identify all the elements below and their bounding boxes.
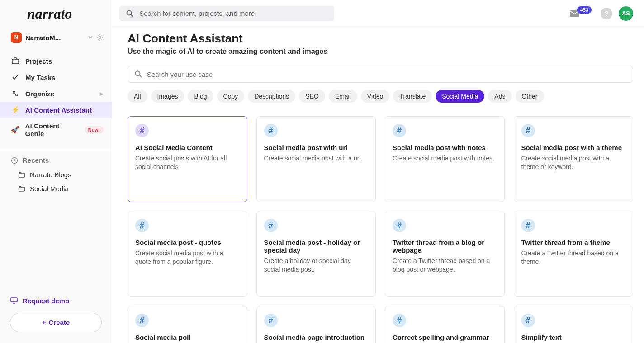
card-title: Twitter thread from a blog or webpage bbox=[393, 239, 497, 254]
filter-chip-social-media[interactable]: Social Media bbox=[436, 90, 484, 103]
recents-section: Recents bbox=[0, 153, 112, 168]
sidebar-item-ai-content-assistant[interactable]: ⚡ AI Content Assistant bbox=[0, 102, 112, 118]
sidebar-item-label: AI Content Assistant bbox=[25, 106, 92, 114]
svg-rect-7 bbox=[11, 298, 17, 302]
chevron-right-icon: ▶ bbox=[100, 91, 104, 96]
usecase-card[interactable]: #Social media post - holiday or special … bbox=[256, 211, 376, 297]
filter-chip-blog[interactable]: Blog bbox=[188, 90, 213, 103]
recent-item-label: Narrato Blogs bbox=[30, 171, 71, 179]
card-title: Twitter thread from a theme bbox=[521, 239, 626, 246]
hash-icon: # bbox=[135, 219, 149, 232]
usecase-card[interactable]: #Social media poll bbox=[128, 306, 247, 343]
hash-icon: # bbox=[264, 314, 278, 327]
filter-chip-other[interactable]: Other bbox=[516, 90, 544, 103]
hash-icon: # bbox=[264, 124, 278, 137]
workspace-name: NarratoM... bbox=[25, 34, 84, 42]
logo-text: narrato bbox=[27, 5, 72, 22]
sidebar-item-projects[interactable]: Projects bbox=[0, 53, 112, 69]
svg-point-10 bbox=[136, 71, 140, 76]
usecase-card[interactable]: #Correct spelling and grammar bbox=[385, 306, 505, 343]
usecase-card[interactable]: #Twitter thread from a blog or webpageCr… bbox=[385, 211, 505, 297]
usecase-card[interactable]: #Social media post with a themeCreate so… bbox=[514, 116, 634, 202]
card-description: Create social media post with a quote fr… bbox=[135, 249, 240, 266]
usecase-card[interactable]: #Social media post with notesCreate soci… bbox=[385, 116, 505, 202]
sidebar-item-label: AI Content Genie bbox=[25, 122, 79, 137]
cards-grid: #AI Social Media ContentCreate social po… bbox=[128, 116, 633, 343]
usecase-card[interactable]: #Simplify text bbox=[514, 306, 634, 343]
usecase-card[interactable]: #Social media post with urlCreate social… bbox=[256, 116, 376, 202]
workspace-switcher[interactable]: N NarratoM... bbox=[0, 28, 112, 49]
hash-icon: # bbox=[521, 219, 535, 232]
card-description: Create social media post with a url. bbox=[264, 154, 369, 163]
settings-icon bbox=[11, 89, 20, 98]
avatar[interactable]: AS bbox=[619, 6, 633, 21]
filter-chip-seo[interactable]: SEO bbox=[299, 90, 325, 103]
card-title: Social media post with a theme bbox=[521, 144, 626, 151]
request-demo-link[interactable]: Request demo bbox=[10, 293, 102, 313]
create-button[interactable]: + Create bbox=[10, 313, 102, 332]
recent-item[interactable]: Narrato Blogs bbox=[0, 168, 112, 182]
sidebar-item-ai-content-genie[interactable]: 🚀 AI Content Genie New! bbox=[0, 118, 112, 141]
card-title: Social media poll bbox=[135, 334, 240, 341]
usecase-card[interactable]: #Social media page introduction bbox=[256, 306, 376, 343]
filter-chip-all[interactable]: All bbox=[128, 90, 147, 103]
help-button[interactable]: ? bbox=[601, 8, 612, 19]
svg-point-2 bbox=[13, 91, 15, 93]
sidebar-item-label: Organize bbox=[25, 90, 54, 98]
chevron-down-icon[interactable] bbox=[87, 34, 94, 41]
page-subtitle: Use the magic of AI to create amazing co… bbox=[128, 47, 633, 56]
card-title: Social media post - holiday or special d… bbox=[264, 239, 369, 254]
card-description: Create a Twitter thread based on a theme… bbox=[521, 249, 626, 266]
filter-chip-images[interactable]: Images bbox=[151, 90, 185, 103]
global-search[interactable] bbox=[119, 6, 334, 21]
create-label: Create bbox=[49, 319, 70, 326]
logo[interactable]: narrato bbox=[0, 0, 112, 28]
card-description: Create a Twitter thread based on a blog … bbox=[393, 257, 497, 274]
gear-icon[interactable] bbox=[96, 34, 104, 41]
lightning-icon: ⚡ bbox=[11, 106, 20, 114]
filter-chip-copy[interactable]: Copy bbox=[217, 90, 245, 103]
filter-chip-descriptions[interactable]: Descriptions bbox=[248, 90, 295, 103]
recent-item[interactable]: Social Media bbox=[0, 182, 112, 196]
request-demo-label: Request demo bbox=[23, 297, 69, 305]
global-search-input[interactable] bbox=[139, 9, 328, 17]
card-description: Create social posts with AI for all soci… bbox=[135, 154, 240, 171]
search-icon bbox=[134, 70, 142, 78]
svg-rect-6 bbox=[19, 187, 25, 191]
sidebar-item-my-tasks[interactable]: My Tasks bbox=[0, 69, 112, 85]
filter-chip-translate[interactable]: Translate bbox=[393, 90, 432, 103]
hash-icon: # bbox=[264, 219, 278, 232]
sidebar-item-organize[interactable]: Organize ▶ bbox=[0, 85, 112, 102]
filter-chip-ads[interactable]: Ads bbox=[488, 90, 511, 103]
filter-chip-email[interactable]: Email bbox=[329, 90, 357, 103]
card-title: Simplify text bbox=[521, 334, 626, 341]
hash-icon: # bbox=[393, 219, 406, 232]
usecase-card[interactable]: #Twitter thread from a themeCreate a Twi… bbox=[514, 211, 634, 297]
card-description: Create social media post with notes. bbox=[393, 154, 497, 163]
hash-icon: # bbox=[521, 314, 535, 327]
hash-icon: # bbox=[393, 314, 406, 327]
usecase-card[interactable]: #AI Social Media ContentCreate social po… bbox=[128, 116, 247, 202]
filter-chip-video[interactable]: Video bbox=[361, 90, 390, 103]
page-title: AI Content Assistant bbox=[128, 32, 633, 46]
card-title: Social media post with url bbox=[264, 144, 369, 151]
search-icon bbox=[126, 9, 134, 18]
notifications[interactable]: 453 bbox=[569, 9, 594, 18]
monitor-icon bbox=[10, 296, 18, 305]
card-title: Social media post with notes bbox=[393, 144, 497, 151]
new-badge: New! bbox=[85, 126, 104, 133]
notification-count: 453 bbox=[577, 6, 592, 14]
hash-icon: # bbox=[521, 124, 535, 137]
hash-icon: # bbox=[135, 314, 149, 327]
usecase-search[interactable] bbox=[128, 66, 633, 83]
hash-icon: # bbox=[393, 124, 406, 137]
usecase-search-input[interactable] bbox=[147, 70, 626, 78]
usecase-card[interactable]: #Social media post - quotesCreate social… bbox=[128, 211, 247, 297]
card-title: AI Social Media Content bbox=[135, 144, 240, 151]
briefcase-icon bbox=[11, 57, 20, 65]
divider bbox=[0, 149, 112, 149]
workspace-badge: N bbox=[11, 32, 22, 43]
svg-point-0 bbox=[99, 37, 101, 39]
plus-icon: + bbox=[42, 319, 46, 326]
sidebar-item-label: Projects bbox=[25, 57, 52, 65]
